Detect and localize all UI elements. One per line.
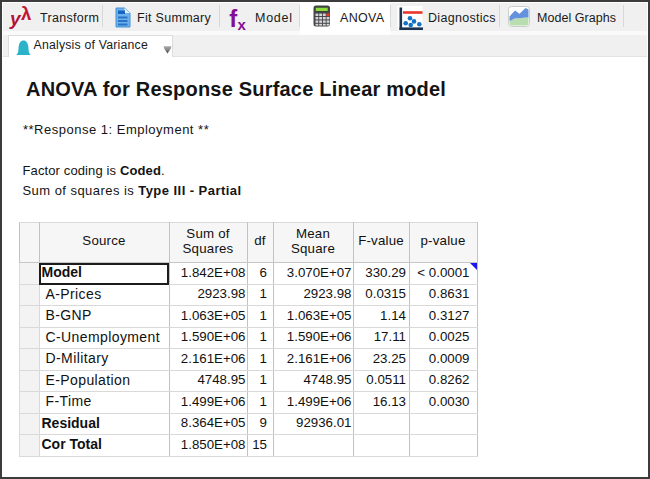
svg-text:λ: λ xyxy=(21,5,32,24)
svg-text:x: x xyxy=(238,16,247,31)
